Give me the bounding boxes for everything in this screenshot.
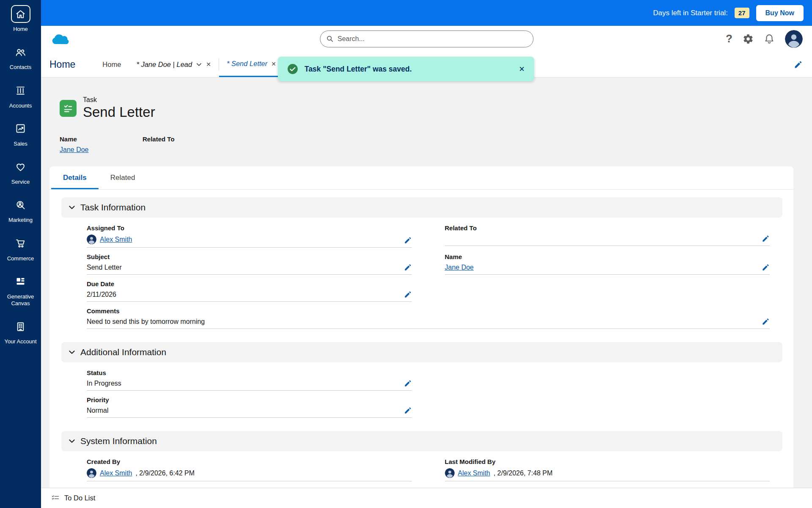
success-toast: Task "Send Letter" was saved. ✕ xyxy=(278,57,534,81)
user-avatar[interactable] xyxy=(785,30,803,48)
sales-icon xyxy=(11,120,30,138)
edit-pencil-icon[interactable] xyxy=(404,236,412,244)
salesforce-logo xyxy=(50,31,72,47)
sidebar-item-home[interactable]: Home xyxy=(1,5,40,33)
name-link[interactable]: Jane Doe xyxy=(60,146,89,153)
commerce-icon xyxy=(11,235,30,252)
sidebar-item-your-account[interactable]: Your Account xyxy=(1,318,40,345)
section-task-information: Task Information Assigned To Alex Smith xyxy=(61,197,782,334)
search-input[interactable] xyxy=(337,35,527,43)
tab-related[interactable]: Related xyxy=(99,166,147,189)
gear-icon[interactable] xyxy=(743,33,754,44)
edit-pencil-icon[interactable] xyxy=(404,406,412,414)
utility-bar: To Do List xyxy=(41,488,812,508)
close-tab-icon[interactable]: ✕ xyxy=(206,61,211,68)
field-due-date: Due Date 2/11/2026 xyxy=(87,280,412,302)
assigned-to-link[interactable]: Alex Smith xyxy=(100,236,132,243)
avatar xyxy=(87,468,96,478)
tab-jane-doe-lead[interactable]: * Jane Doe | Lead ✕ xyxy=(129,52,219,77)
edit-pencil-icon[interactable] xyxy=(404,290,412,298)
created-by-link[interactable]: Alex Smith xyxy=(100,469,132,477)
sidebar-item-commerce[interactable]: Commerce xyxy=(1,235,40,262)
last-modified-timestamp: , 2/9/2026, 7:48 PM xyxy=(494,469,553,477)
chevron-down-icon xyxy=(68,348,76,356)
toast-close-icon[interactable]: ✕ xyxy=(519,65,525,74)
close-tab-icon[interactable]: ✕ xyxy=(271,61,276,67)
success-check-icon xyxy=(287,64,298,75)
app-navigation-sidebar: Home Contacts Accounts Sales Service xyxy=(0,0,41,508)
global-search[interactable] xyxy=(320,30,533,47)
sidebar-item-label: Contacts xyxy=(10,64,31,71)
chevron-down-icon[interactable] xyxy=(196,61,202,68)
task-object-icon xyxy=(60,100,77,117)
sidebar-item-service[interactable]: Service xyxy=(1,158,40,185)
tab-send-letter[interactable]: * Send Letter ✕ xyxy=(219,52,284,77)
details-panel: Task Information Assigned To Alex Smith xyxy=(49,190,793,488)
section-header[interactable]: Additional Information xyxy=(61,342,782,362)
name-link[interactable]: Jane Doe xyxy=(445,264,474,271)
sidebar-item-accounts[interactable]: Accounts xyxy=(1,82,40,109)
section-header[interactable]: Task Information xyxy=(61,197,782,218)
sidebar-item-contacts[interactable]: Contacts xyxy=(1,43,40,71)
record-titles: Task Send Letter xyxy=(83,96,155,120)
sidebar-item-label: Home xyxy=(13,26,28,33)
trial-days-label: Days left in Starter trial: xyxy=(653,9,728,17)
chevron-down-icon xyxy=(68,437,76,445)
tab-details[interactable]: Details xyxy=(51,166,99,189)
edit-pencil-icon[interactable] xyxy=(762,318,770,326)
highlights-panel: Name Jane Doe Related To xyxy=(49,135,793,154)
detail-tabs: Details Related xyxy=(49,166,793,190)
record-page: Task Send Letter Name Jane Doe Related T… xyxy=(41,77,812,488)
sidebar-item-label: Sales xyxy=(14,141,27,147)
section-title: Additional Information xyxy=(80,347,166,357)
marketing-icon xyxy=(11,196,30,214)
help-icon[interactable]: ? xyxy=(726,32,732,45)
record-detail-card: Details Related Task Information Assigne… xyxy=(49,166,793,488)
edit-pencil-icon[interactable] xyxy=(762,235,770,243)
highlight-name: Name Jane Doe xyxy=(60,135,143,154)
field-name: Name Jane Doe xyxy=(445,253,770,275)
object-label: Task xyxy=(83,96,155,104)
field-related-to: Related To xyxy=(445,224,770,248)
section-header[interactable]: System Information xyxy=(61,431,782,451)
last-modified-by-link[interactable]: Alex Smith xyxy=(458,469,490,477)
tab-home[interactable]: Home xyxy=(95,52,129,77)
building-icon xyxy=(11,318,30,335)
toast-message: Task "Send Letter" was saved. xyxy=(304,65,412,74)
app-name: Home xyxy=(49,59,75,70)
section-additional-information: Additional Information Status In Progres… xyxy=(61,342,782,422)
sidebar-item-label: Generative Canvas xyxy=(1,293,40,307)
accounts-icon xyxy=(11,82,30,99)
sidebar-item-generative-canvas[interactable]: Generative Canvas xyxy=(1,273,40,307)
sidebar-item-sales[interactable]: Sales xyxy=(1,120,40,147)
field-subject: Subject Send Letter xyxy=(87,253,412,275)
tab-label: * Jane Doe | Lead xyxy=(136,61,192,69)
tab-label: Home xyxy=(102,61,121,69)
highlight-label: Related To xyxy=(143,135,225,143)
edit-pencil-icon[interactable] xyxy=(404,379,412,387)
highlight-related-to: Related To xyxy=(143,135,225,154)
sidebar-item-label: Your Account xyxy=(4,338,36,345)
edit-pencil-icon[interactable] xyxy=(404,263,412,271)
field-comments: Comments Need to send this by tomorrow m… xyxy=(87,307,770,329)
buy-now-button[interactable]: Buy Now xyxy=(756,5,804,21)
section-title: System Information xyxy=(80,436,157,446)
service-icon xyxy=(11,158,30,176)
notifications-bell-icon[interactable] xyxy=(764,33,775,44)
sidebar-item-label: Marketing xyxy=(8,217,33,224)
todo-list-button[interactable]: To Do List xyxy=(64,494,95,502)
header-actions: ? xyxy=(726,30,803,48)
global-header: ? xyxy=(41,26,812,52)
generative-canvas-icon xyxy=(11,273,30,290)
todo-list-icon xyxy=(51,494,60,502)
edit-pencil-icon[interactable] xyxy=(762,263,770,271)
app-root: Home Contacts Accounts Sales Service xyxy=(0,0,812,508)
search-icon xyxy=(326,35,333,42)
sidebar-item-label: Service xyxy=(11,179,30,185)
highlight-label: Name xyxy=(60,135,143,143)
sidebar-item-marketing[interactable]: Marketing xyxy=(1,196,40,224)
created-timestamp: , 2/9/2026, 6:42 PM xyxy=(135,469,195,477)
page-edit-pencil-icon[interactable] xyxy=(794,60,803,69)
section-system-information: System Information Created By Alex Smith… xyxy=(61,431,782,486)
sidebar-item-label: Accounts xyxy=(9,102,32,109)
